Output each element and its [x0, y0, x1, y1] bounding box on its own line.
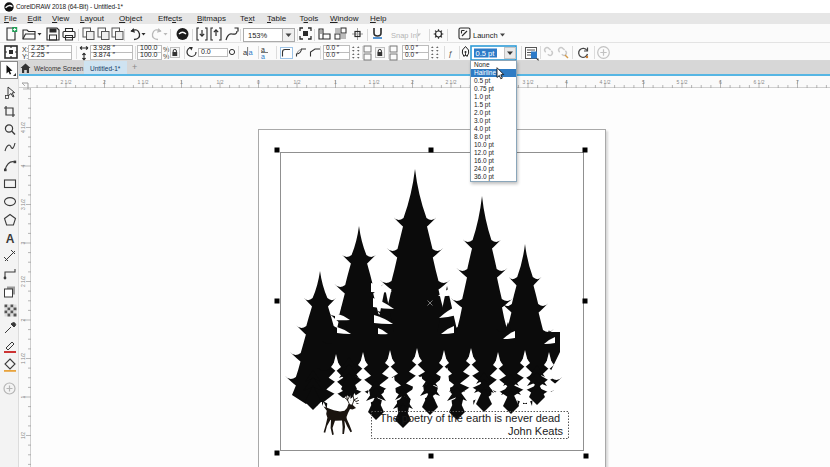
svg-text:The poetry of the earth is nev: The poetry of the earth is never dead [380, 412, 560, 424]
svg-text:John Keats: John Keats [508, 425, 564, 437]
